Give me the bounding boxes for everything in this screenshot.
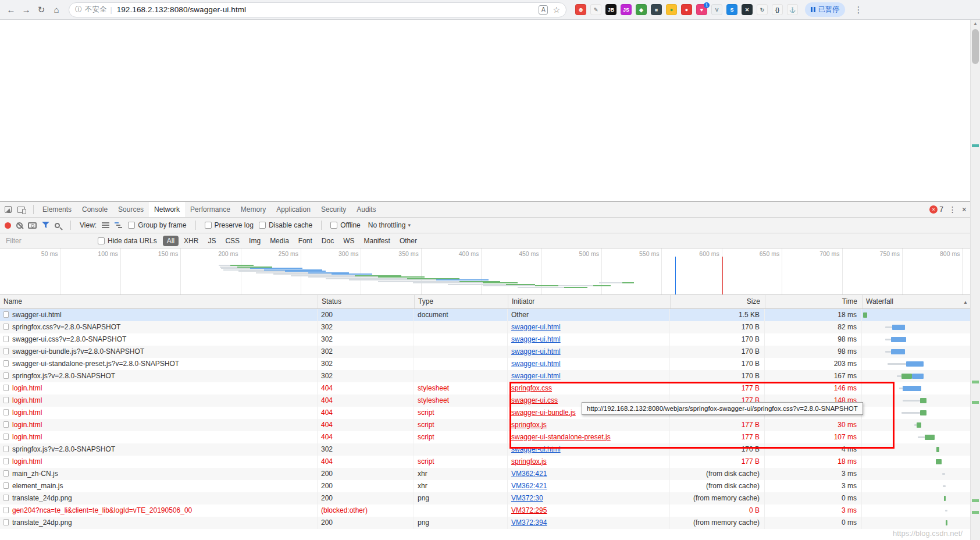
initiator-link[interactable]: springfox.js	[511, 457, 547, 466]
tab-memory[interactable]: Memory	[236, 202, 271, 217]
screenshot-capture-icon[interactable]	[28, 222, 37, 229]
url-text[interactable]: 192.168.2.132:8080/swagger-ui.html	[117, 5, 247, 14]
filter-all[interactable]: All	[163, 236, 179, 246]
back-icon[interactable]: ←	[3, 5, 19, 15]
hide-data-urls-checkbox[interactable]: Hide data URLs	[98, 237, 157, 245]
filter-input[interactable]	[5, 236, 92, 246]
filter-font[interactable]: Font	[294, 236, 316, 246]
table-row[interactable]: translate_24dp.png 200 png VM372:394 (fr…	[0, 517, 970, 529]
scrollbar-thumb[interactable]	[972, 29, 979, 64]
initiator-link[interactable]: swagger-ui.html	[511, 372, 561, 380]
initiator-link[interactable]: VM372:295	[511, 506, 547, 514]
table-row[interactable]: translate_24dp.png 200 png VM372:30 (fro…	[0, 492, 970, 505]
throttling-select[interactable]: No throttling ▾	[368, 221, 411, 229]
initiator-link[interactable]: swagger-ui.html	[511, 335, 561, 343]
table-row[interactable]: swagger-ui.css?v=2.8.0-SNAPSHOT 302 swag…	[0, 333, 970, 346]
group-by-frame-checkbox[interactable]: Group by frame	[128, 221, 186, 229]
column-header-name[interactable]: Name	[0, 295, 318, 308]
extension-icon[interactable]: JS	[621, 4, 632, 15]
extension-icon[interactable]: ♥1	[696, 4, 707, 15]
extension-icon[interactable]: ●	[666, 4, 677, 15]
devtools-menu-icon[interactable]: ⋮	[949, 205, 957, 214]
initiator-link[interactable]: VM372:394	[511, 518, 547, 527]
translate-icon[interactable]: A	[539, 5, 548, 15]
extension-icon[interactable]: ●	[681, 4, 692, 15]
column-header-size[interactable]: Size	[670, 295, 765, 308]
extension-icon[interactable]: ✕	[742, 4, 753, 15]
extension-icon[interactable]: S	[726, 4, 737, 15]
clear-button[interactable]	[16, 222, 23, 229]
devtools-close-icon[interactable]: ×	[962, 205, 967, 214]
column-header-time[interactable]: Time	[765, 295, 862, 308]
table-row[interactable]: gen204?nca=te_li&client=te_lib&logId=vTE…	[0, 505, 970, 517]
initiator-link[interactable]: VM362:421	[511, 470, 547, 478]
home-icon[interactable]: ⌂	[49, 5, 64, 15]
view-waterfall-icon[interactable]	[115, 222, 123, 229]
filter-img[interactable]: Img	[245, 236, 265, 246]
filter-doc[interactable]: Doc	[318, 236, 338, 246]
initiator-link[interactable]: swagger-ui.html	[511, 323, 561, 331]
scrollbar-up-icon[interactable]: ▲	[971, 21, 980, 26]
filter-other[interactable]: Other	[395, 236, 421, 246]
column-header-waterfall[interactable]: Waterfall▲	[862, 295, 970, 308]
tab-application[interactable]: Application	[271, 202, 316, 217]
tab-audits[interactable]: Audits	[351, 202, 381, 217]
initiator-link[interactable]: VM362:421	[511, 482, 547, 490]
filter-manifest[interactable]: Manifest	[360, 236, 394, 246]
extension-icon[interactable]: ⚓	[787, 4, 798, 15]
view-list-icon[interactable]	[102, 222, 109, 229]
extension-icon[interactable]: ✎	[590, 4, 601, 15]
record-button[interactable]	[5, 222, 11, 229]
column-header-initiator[interactable]: Initiator	[508, 295, 670, 308]
initiator-link[interactable]: swagger-ui.html	[511, 347, 561, 356]
reload-icon[interactable]: ↻	[34, 5, 49, 15]
table-row[interactable]: springfox.css?v=2.8.0-SNAPSHOT 302 swagg…	[0, 321, 970, 333]
device-toolbar-icon[interactable]	[17, 207, 25, 213]
tab-network[interactable]: Network	[149, 202, 185, 217]
address-bar[interactable]: ⓘ 不安全 | 192.168.2.132:8080/swagger-ui.ht…	[69, 2, 566, 17]
offline-checkbox[interactable]: Offline	[330, 221, 360, 229]
scrollbar[interactable]: ▲	[970, 20, 980, 540]
search-icon[interactable]	[55, 223, 60, 228]
table-row[interactable]: main_zh-CN.js 200 xhr VM362:421 (from di…	[0, 468, 970, 480]
extension-icon[interactable]: {}	[772, 4, 783, 15]
preserve-log-checkbox[interactable]: Preserve log	[205, 221, 254, 229]
paused-badge[interactable]: 已暂停	[805, 2, 845, 17]
filter-css[interactable]: CSS	[221, 236, 244, 246]
initiator-link[interactable]: VM372:30	[511, 494, 543, 502]
filter-toggle-icon[interactable]	[42, 222, 49, 229]
tab-console[interactable]: Console	[77, 202, 113, 217]
initiator-link[interactable]: swagger-ui.html	[511, 360, 561, 368]
table-row[interactable]: swagger-ui-bundle.js?v=2.8.0-SNAPSHOT 30…	[0, 346, 970, 358]
column-header-status[interactable]: Status	[318, 295, 414, 308]
extension-icon[interactable]: ⊗	[575, 4, 586, 15]
table-row[interactable]: login.html 404 script springfox.js 177 B…	[0, 456, 970, 468]
filter-js[interactable]: JS	[204, 236, 220, 246]
filter-xhr[interactable]: XHR	[180, 236, 202, 246]
table-row[interactable]: swagger-ui.html 200 document Other 1.5 K…	[0, 309, 970, 321]
extension-icon[interactable]: ■	[651, 4, 662, 15]
inspect-element-icon[interactable]	[5, 206, 12, 213]
disable-cache-checkbox[interactable]: Disable cache	[259, 221, 312, 229]
browser-menu-icon[interactable]: ⋮	[851, 5, 866, 15]
timeline-overview[interactable]: 50 ms100 ms150 ms200 ms250 ms300 ms350 m…	[0, 248, 970, 295]
table-row[interactable]: springfox.js?v=2.8.0-SNAPSHOT 302 swagge…	[0, 370, 970, 382]
extension-icon[interactable]: ↻	[757, 4, 768, 15]
filter-media[interactable]: Media	[266, 236, 293, 246]
table-row[interactable]: element_main.js 200 xhr VM362:421 (from …	[0, 480, 970, 492]
extension-icon[interactable]: V	[711, 4, 722, 15]
site-info-icon[interactable]: ⓘ	[75, 5, 82, 15]
extension-icon[interactable]: ◆	[636, 4, 647, 15]
forward-icon[interactable]: →	[19, 5, 34, 15]
extension-icon[interactable]: JB	[605, 4, 616, 15]
file-icon	[3, 311, 9, 318]
tab-sources[interactable]: Sources	[113, 202, 149, 217]
tab-security[interactable]: Security	[316, 202, 351, 217]
table-row[interactable]: swagger-ui-standalone-preset.js?v=2.8.0-…	[0, 358, 970, 370]
column-header-type[interactable]: Type	[414, 295, 508, 308]
bookmark-star-icon[interactable]: ☆	[553, 5, 560, 15]
tab-elements[interactable]: Elements	[37, 202, 77, 217]
tab-performance[interactable]: Performance	[185, 202, 236, 217]
error-count-icon[interactable]: ×	[929, 205, 938, 214]
filter-ws[interactable]: WS	[339, 236, 358, 246]
